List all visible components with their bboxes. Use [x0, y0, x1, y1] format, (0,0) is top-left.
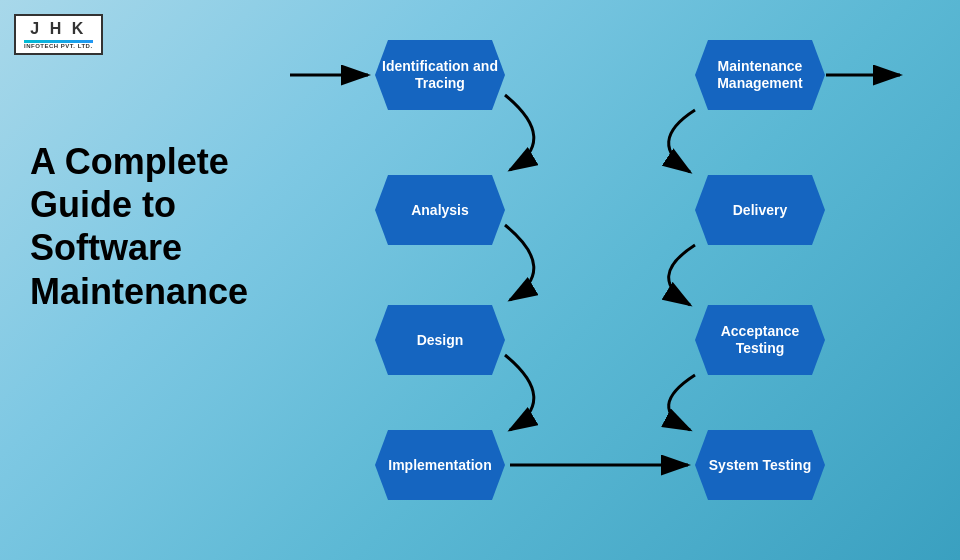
logo-letters: J H K — [30, 20, 86, 38]
logo-sub: INFOTECH PVT. LTD. — [24, 43, 93, 49]
main-title: A Complete Guide to Software Maintenance — [30, 140, 310, 313]
hex-design: Design — [375, 305, 505, 375]
title-line2: Guide to Software — [30, 184, 182, 268]
hex-maintenance: Maintenance Management — [695, 40, 825, 110]
title-line3: Maintenance — [30, 271, 248, 312]
hex-system: System Testing — [695, 430, 825, 500]
hex-acceptance: Acceptance Testing — [695, 305, 825, 375]
hex-implementation: Implementation — [375, 430, 505, 500]
hex-delivery: Delivery — [695, 175, 825, 245]
hex-analysis: Analysis — [375, 175, 505, 245]
logo: J H K INFOTECH PVT. LTD. — [14, 14, 103, 55]
title-line1: A Complete — [30, 141, 229, 182]
hex-identification: Identification and Tracing — [375, 40, 505, 110]
